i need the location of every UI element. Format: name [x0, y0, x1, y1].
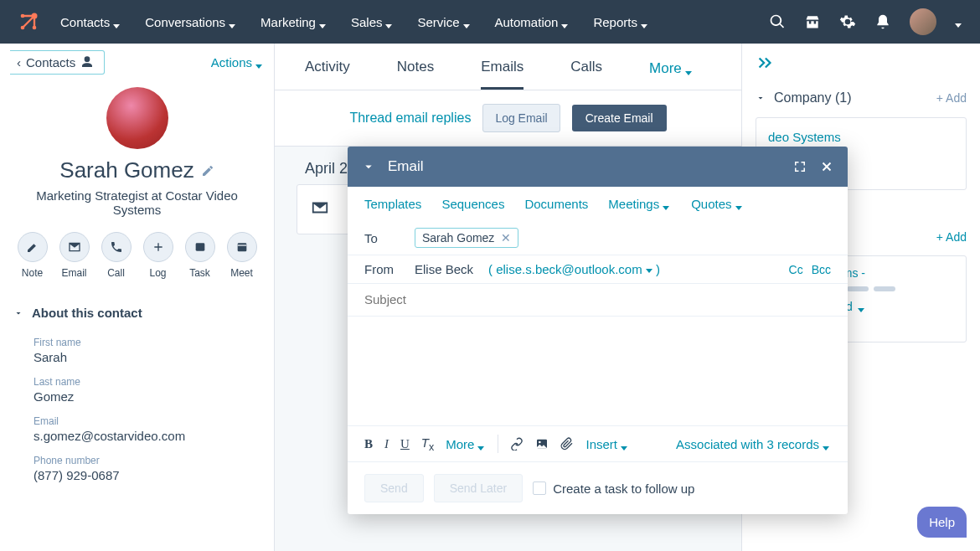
user-menu-caret[interactable] [955, 18, 963, 26]
clear-format-button[interactable]: Tx [421, 435, 434, 453]
link-icon[interactable] [510, 437, 524, 451]
field-email[interactable]: Emails.gomez@costarvideo.com [0, 410, 274, 450]
subject-input[interactable] [364, 292, 831, 306]
log-button[interactable]: Log [143, 232, 173, 279]
company-name: deo Systems [768, 130, 954, 144]
thread-replies-toggle[interactable]: Thread email replies [349, 111, 471, 126]
nav-marketing[interactable]: Marketing [260, 15, 328, 29]
person-icon [80, 55, 94, 69]
nav-conversations[interactable]: Conversations [145, 15, 237, 29]
activity-tabs: Activity Notes Emails Calls More [275, 44, 741, 90]
create-email-button[interactable]: Create Email [572, 105, 667, 131]
email-body-editor[interactable] [348, 317, 848, 425]
marketplace-icon[interactable] [804, 13, 821, 30]
insert-dropdown[interactable]: Insert [585, 437, 629, 451]
tab-activity[interactable]: Activity [305, 59, 350, 90]
field-phone[interactable]: Phone number(877) 929-0687 [0, 450, 274, 489]
tab-notes[interactable]: Notes [397, 59, 434, 90]
bold-button[interactable]: B [364, 437, 373, 451]
company-section-toggle[interactable]: Company (1) [756, 90, 851, 106]
log-email-button[interactable]: Log Email [482, 104, 560, 132]
sequences-link[interactable]: Sequences [441, 197, 504, 211]
svg-point-7 [539, 441, 541, 444]
attachment-icon[interactable] [560, 437, 574, 451]
remove-recipient-icon[interactable]: ✕ [501, 231, 511, 245]
top-nav: Contacts Conversations Marketing Sales S… [0, 0, 980, 44]
tab-more[interactable]: More [649, 59, 694, 90]
expand-icon[interactable] [792, 159, 807, 174]
followup-task-checkbox[interactable] [533, 481, 546, 495]
send-later-button[interactable]: Send Later [434, 474, 524, 502]
documents-link[interactable]: Documents [524, 197, 588, 211]
close-icon[interactable] [819, 159, 834, 174]
bell-icon[interactable] [874, 13, 891, 30]
nav-sales[interactable]: Sales [351, 15, 395, 29]
gear-icon[interactable] [839, 13, 856, 30]
recipient-chip[interactable]: Sarah Gomez ✕ [415, 228, 518, 248]
field-first-name[interactable]: First nameSarah [0, 332, 274, 371]
contact-name: Sarah Gomez [59, 157, 214, 183]
image-icon[interactable] [535, 437, 549, 451]
contact-avatar[interactable] [106, 87, 168, 149]
contact-sidebar: ‹ Contacts Actions Sarah Gomez Marketing… [0, 44, 275, 551]
more-format-dropdown[interactable]: More [446, 437, 486, 451]
meetings-dropdown[interactable]: Meetings [608, 197, 671, 211]
associated-records-dropdown[interactable]: Associated with 3 records [676, 437, 831, 451]
help-button[interactable]: Help [917, 507, 967, 538]
field-last-name[interactable]: Last nameGomez [0, 371, 274, 410]
call-button[interactable]: Call [101, 232, 132, 279]
actions-dropdown[interactable]: Actions [211, 55, 264, 70]
nav-automation[interactable]: Automation [495, 15, 570, 29]
task-button[interactable]: Task [185, 232, 215, 279]
followup-task-label: Create a task to follow up [553, 481, 694, 496]
nav-reports[interactable]: Reports [593, 15, 649, 29]
hubspot-logo-icon[interactable] [17, 10, 40, 33]
note-button[interactable]: Note [18, 232, 48, 279]
quotes-dropdown[interactable]: Quotes [691, 197, 743, 211]
email-button[interactable]: Email [59, 232, 90, 279]
pencil-icon[interactable] [201, 164, 214, 178]
from-label: From [364, 262, 400, 276]
tab-calls[interactable]: Calls [570, 59, 602, 90]
bcc-button[interactable]: Bcc [812, 263, 831, 276]
chevron-down-icon [13, 308, 23, 318]
collapse-icon[interactable] [756, 54, 774, 72]
templates-link[interactable]: Templates [364, 197, 421, 211]
chevron-down-icon[interactable] [361, 159, 376, 174]
email-composer: Email Templates Sequences Documents Meet… [348, 147, 848, 514]
from-email-dropdown[interactable]: ( elise.s.beck@outlook.com ) [488, 262, 660, 276]
nav-contacts[interactable]: Contacts [60, 15, 121, 29]
user-avatar[interactable] [910, 8, 936, 35]
add-deal-button[interactable]: + Add [936, 230, 967, 244]
nav-service[interactable]: Service [417, 15, 471, 29]
search-icon[interactable] [769, 13, 786, 30]
back-to-contacts[interactable]: ‹ Contacts [10, 50, 105, 75]
chevron-down-icon [756, 93, 766, 103]
from-name: Elise Beck [415, 262, 473, 276]
underline-button[interactable]: U [400, 437, 410, 451]
tab-emails[interactable]: Emails [481, 59, 524, 90]
composer-title: Email [388, 158, 781, 175]
to-label: To [364, 231, 400, 245]
about-section-toggle[interactable]: About this contact [0, 294, 274, 332]
cc-button[interactable]: Cc [789, 263, 803, 276]
meet-button[interactable]: Meet [227, 232, 257, 279]
svg-rect-4 [195, 243, 204, 250]
send-button[interactable]: Send [364, 474, 424, 502]
add-company-button[interactable]: + Add [936, 91, 967, 105]
italic-button[interactable]: I [384, 437, 389, 451]
mail-icon [311, 198, 329, 217]
svg-rect-5 [237, 243, 246, 251]
contact-subtitle: Marketing Strategist at Costar Video Sys… [17, 188, 257, 217]
